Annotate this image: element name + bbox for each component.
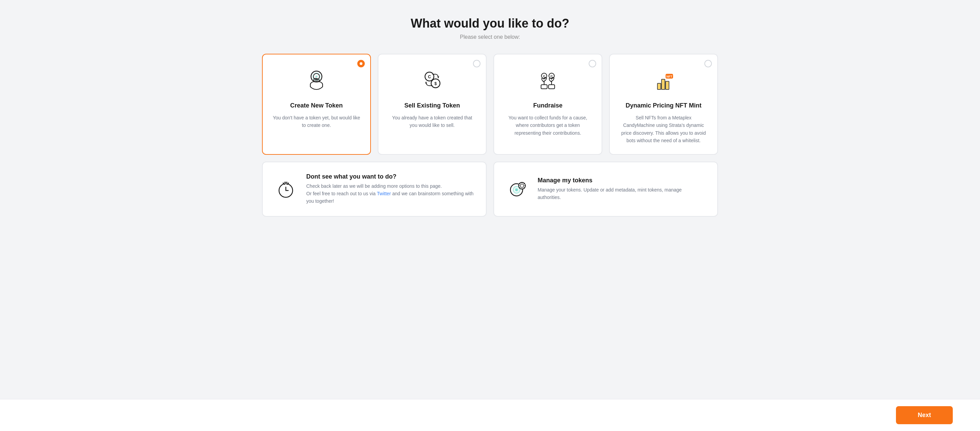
- card-radio-sell-existing-token: [473, 60, 480, 67]
- manage-tokens-content: Manage my tokens Manage your tokens. Upd…: [538, 177, 705, 201]
- twitter-link[interactable]: Twitter: [377, 191, 391, 196]
- svg-text:C: C: [550, 75, 553, 78]
- svg-line-33: [520, 188, 520, 188]
- svg-line-32: [524, 188, 524, 188]
- dont-see-desc: Check back later as we will be adding mo…: [306, 182, 474, 205]
- card-radio-create-new-token: [357, 60, 365, 67]
- svg-text:C: C: [428, 75, 431, 79]
- clock-icon: [275, 178, 297, 200]
- svg-rect-16: [657, 83, 661, 89]
- card-dont-see: Dont see what you want to do? Check back…: [262, 162, 487, 217]
- card-icon-create-new-token: [272, 65, 361, 96]
- dont-see-desc-part1: Check back later as we will be adding mo…: [306, 183, 442, 189]
- svg-line-34: [524, 183, 524, 184]
- svg-point-2: [315, 76, 318, 78]
- svg-rect-17: [662, 79, 665, 89]
- svg-text:NFT: NFT: [666, 75, 672, 78]
- svg-marker-9: [425, 82, 427, 83]
- manage-tokens-desc: Manage your tokens. Update or add metada…: [538, 186, 705, 201]
- card-desc-create-new-token: You don't have a token yet, but would li…: [272, 114, 361, 129]
- card-title-fundraise: Fundraise: [504, 102, 592, 109]
- svg-rect-18: [666, 81, 669, 89]
- svg-text:C: C: [543, 75, 546, 78]
- card-fundraise[interactable]: C C Fundraise You want to collect funds …: [493, 54, 602, 155]
- svg-rect-10: [541, 85, 547, 89]
- dont-see-title: Dont see what you want to do?: [306, 173, 474, 180]
- next-button[interactable]: Next: [896, 406, 953, 424]
- card-sell-existing-token[interactable]: C $ Sell Existing Token You already have…: [378, 54, 487, 155]
- card-icon-fundraise: C C: [504, 65, 592, 96]
- manage-tokens-title: Manage my tokens: [538, 177, 705, 184]
- card-icon-sell-existing-token: C $: [388, 65, 476, 96]
- svg-line-31: [520, 183, 520, 184]
- footer-bar: Next: [0, 399, 980, 431]
- svg-text:$: $: [434, 81, 437, 86]
- page-subtitle: Please select one below:: [460, 34, 520, 40]
- card-icon-dynamic-pricing-nft-mint: NFT: [619, 65, 708, 96]
- card-title-sell-existing-token: Sell Existing Token: [388, 102, 476, 109]
- svg-marker-8: [437, 76, 439, 78]
- card-radio-dynamic-pricing-nft-mint: [705, 60, 712, 67]
- svg-rect-13: [549, 85, 555, 89]
- card-desc-dynamic-pricing-nft-mint: Sell NFTs from a Metaplex CandyMachine u…: [619, 114, 708, 145]
- card-manage-tokens: Manage my tokens Manage your tokens. Upd…: [493, 162, 718, 217]
- top-cards-grid: Create New Token You don't have a token …: [262, 54, 718, 155]
- dont-see-content: Dont see what you want to do? Check back…: [306, 173, 474, 205]
- page-wrapper: What would you like to do? Please select…: [0, 0, 980, 399]
- page-title: What would you like to do?: [411, 16, 569, 30]
- bottom-cards-grid: Dont see what you want to do? Check back…: [262, 162, 718, 217]
- manage-tokens-icon: [506, 178, 528, 200]
- card-create-new-token[interactable]: Create New Token You don't have a token …: [262, 54, 371, 155]
- card-dynamic-pricing-nft-mint[interactable]: NFT Dynamic Pricing NFT Mint Sell NFTs f…: [609, 54, 718, 155]
- card-title-create-new-token: Create New Token: [272, 102, 361, 109]
- card-desc-fundraise: You want to collect funds for a cause, w…: [504, 114, 592, 137]
- card-radio-fundraise: [589, 60, 596, 67]
- svg-point-24: [515, 188, 518, 191]
- card-title-dynamic-pricing-nft-mint: Dynamic Pricing NFT Mint: [619, 102, 708, 109]
- dont-see-desc-part2: Or feel free to reach out to us via: [306, 191, 377, 196]
- card-desc-sell-existing-token: You already have a token created that yo…: [388, 114, 476, 129]
